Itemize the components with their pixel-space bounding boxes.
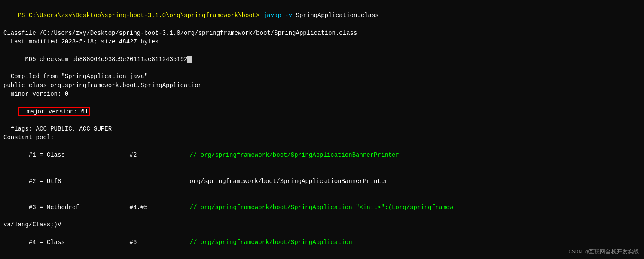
pool-entry-1: #1 = Class#2// org/springframework/boot/… — [3, 142, 641, 168]
md5-line: MD5 checksum bb888064c938e9e20111ae81124… — [3, 46, 641, 72]
constant-pool-line: Constant pool: — [3, 133, 641, 142]
pool-mid-3: #4.#5 — [130, 203, 190, 212]
pool-left-4: #4 = Class — [18, 238, 130, 247]
cmd-flag: -v — [281, 12, 296, 19]
watermark: CSDN @互联网全栈开发实战 — [568, 248, 639, 256]
pool-mid-4: #6 — [130, 238, 190, 247]
compiled-from-line: Compiled from "SpringApplication.java" — [3, 72, 641, 81]
pool-entry-3: #3 = Methodref#4.#5// org/springframewor… — [3, 195, 641, 221]
minor-version-line: minor version: 0 — [3, 90, 641, 98]
public-class-line: public class org.springframework.boot.Sp… — [3, 81, 641, 90]
flags-line: flags: ACC_PUBLIC, ACC_SUPER — [3, 125, 641, 133]
pool-left-1: #1 = Class — [18, 151, 130, 159]
terminal-window: PS C:\Users\zxy\Desktop\spring-boot-3.1.… — [0, 0, 644, 259]
pool-right-1: // org/springframework/boot/SpringApplic… — [190, 152, 399, 158]
major-version-line: major version: 61 — [3, 98, 641, 125]
classfile-line: Classfile /C:/Users/zxy/Desktop/spring-b… — [3, 29, 641, 37]
pool-right-2: org/springframework/boot/SpringApplicati… — [190, 178, 388, 185]
md5-text: MD5 checksum bb888064c938e9e20111ae81124… — [18, 56, 188, 63]
pool-entry-5: #5 = NameAndType#7:#8// "<init>":(Lorg/s… — [3, 256, 641, 259]
terminal-cursor — [187, 56, 192, 63]
pool-mid-1: #2 — [130, 151, 190, 159]
pool-right-3: // org/springframework/boot/SpringApplic… — [190, 204, 453, 211]
pool-entry-4: #4 = Class#6// org/springframework/boot/… — [3, 229, 641, 256]
major-version-box: major version: 61 — [18, 107, 90, 116]
prompt: PS C:\Users\zxy\Desktop\spring-boot-3.1.… — [18, 12, 263, 19]
modified-line: Last modified 2023-5-18; size 48427 byte… — [3, 37, 641, 46]
pool-right-4: // org/springframework/boot/SpringApplic… — [190, 239, 352, 246]
pool-left-2: #2 = Utf8 — [18, 177, 130, 186]
pool-entry-2: #2 = Utf8org/springframework/boot/Spring… — [3, 168, 641, 195]
cmd-javap: javap — [263, 12, 281, 19]
pool-left-3: #3 = Methodref — [18, 203, 130, 212]
pool-entry-3b: va/lang/Class;)V — [3, 220, 641, 229]
command-line: PS C:\Users\zxy\Desktop\spring-boot-3.1.… — [3, 3, 641, 29]
cmd-arg: SpringApplication.class — [296, 12, 379, 19]
